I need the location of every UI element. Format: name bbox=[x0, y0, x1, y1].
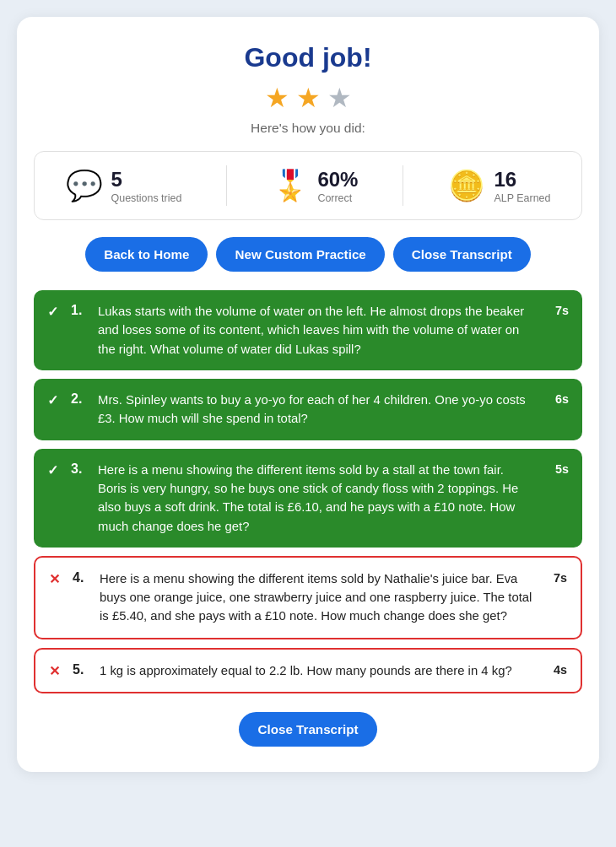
question-number: 4. bbox=[73, 570, 91, 585]
question-number: 1. bbox=[71, 303, 89, 318]
stat-divider-1 bbox=[226, 165, 227, 206]
alp-icon: 🪙 bbox=[448, 170, 485, 200]
action-buttons: Back to Home New Custom Practice Close T… bbox=[34, 237, 582, 272]
question-text: Mrs. Spinley wants to buy a yo-yo for ea… bbox=[98, 391, 535, 429]
new-practice-button[interactable]: New Custom Practice bbox=[216, 237, 384, 272]
question-time: 7s bbox=[543, 304, 569, 317]
page-title: Good job! bbox=[34, 42, 582, 73]
correct-value: 60% bbox=[317, 168, 358, 192]
question-item-2: ✓2.Mrs. Spinley wants to buy a yo-yo for… bbox=[34, 379, 582, 440]
star-2: ★ bbox=[296, 82, 321, 114]
question-item-4: ✕4.Here is a menu showing the different … bbox=[34, 556, 582, 639]
question-time: 5s bbox=[543, 462, 569, 476]
star-1: ★ bbox=[265, 82, 289, 114]
star-rating: ★ ★ ★ bbox=[34, 82, 582, 114]
stat-correct: 🎖️ 60% Correct bbox=[272, 168, 358, 204]
question-text: 1 kg is approximately equal to 2.2 lb. H… bbox=[100, 661, 533, 680]
question-time: 4s bbox=[542, 663, 567, 677]
close-transcript-bottom-button[interactable]: Close Transcript bbox=[239, 712, 376, 747]
stat-questions: 💬 5 Questions tried bbox=[66, 168, 182, 204]
question-item-1: ✓1.Lukas starts with the volume of water… bbox=[34, 290, 582, 370]
question-text: Lukas starts with the volume of water on… bbox=[98, 302, 535, 359]
check-icon: ✓ bbox=[47, 462, 62, 478]
question-number: 3. bbox=[71, 461, 89, 477]
results-card: Good job! ★ ★ ★ Here's how you did: 💬 5 … bbox=[17, 17, 599, 772]
cross-icon: ✕ bbox=[49, 571, 64, 587]
question-text: Here is a menu showing the different ite… bbox=[100, 569, 533, 626]
question-number: 2. bbox=[71, 391, 89, 407]
close-btn-row-bottom: Close Transcript bbox=[34, 712, 582, 747]
questions-value: 5 bbox=[111, 168, 182, 192]
question-item-3: ✓3.Here is a menu showing the different … bbox=[34, 449, 582, 548]
alp-label: ALP Earned bbox=[494, 192, 550, 204]
correct-icon: 🎖️ bbox=[272, 170, 309, 200]
check-icon: ✓ bbox=[47, 304, 62, 320]
back-home-button[interactable]: Back to Home bbox=[85, 237, 208, 272]
cross-icon: ✕ bbox=[49, 663, 64, 679]
check-icon: ✓ bbox=[47, 392, 62, 408]
question-time: 6s bbox=[543, 392, 569, 406]
star-3: ★ bbox=[327, 82, 352, 114]
stats-box: 💬 5 Questions tried 🎖️ 60% Correct 🪙 16 … bbox=[34, 151, 582, 220]
question-item-5: ✕5.1 kg is approximately equal to 2.2 lb… bbox=[34, 648, 582, 693]
stat-alp: 🪙 16 ALP Earned bbox=[448, 168, 550, 204]
correct-label: Correct bbox=[317, 192, 358, 204]
questions-label: Questions tried bbox=[111, 192, 182, 204]
question-text: Here is a menu showing the different ite… bbox=[98, 461, 535, 536]
stat-divider-2 bbox=[403, 165, 403, 206]
questions-list: ✓1.Lukas starts with the volume of water… bbox=[34, 290, 582, 693]
question-time: 7s bbox=[542, 571, 567, 585]
questions-icon: 💬 bbox=[66, 170, 103, 200]
question-number: 5. bbox=[73, 662, 91, 677]
close-transcript-top-button[interactable]: Close Transcript bbox=[393, 237, 531, 272]
alp-value: 16 bbox=[494, 168, 550, 192]
subtitle: Here's how you did: bbox=[34, 121, 582, 136]
